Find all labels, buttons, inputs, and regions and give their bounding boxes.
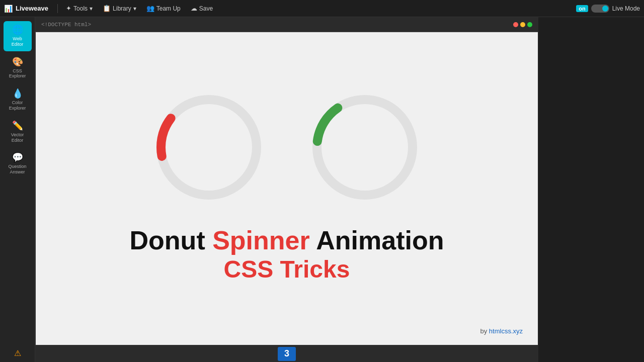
library-menu[interactable]: 📋 Library ▾ bbox=[99, 3, 140, 14]
sidebar: 🌐 WebEditor 🎨 CSSExplorer 💧 ColorExplore… bbox=[0, 17, 35, 362]
toggle-knob bbox=[602, 6, 608, 12]
close-button[interactable] bbox=[513, 22, 518, 27]
tools-icon: ✦ bbox=[66, 5, 71, 12]
title-red: Spinner bbox=[212, 226, 310, 255]
code-strip: <!DOCTYPE html> bbox=[35, 17, 538, 32]
brand: 📊 Liveweave bbox=[4, 5, 48, 13]
preview-title: Donut Spinner Animation CSS Tricks bbox=[130, 225, 444, 283]
donut-right bbox=[307, 89, 423, 205]
vector-editor-label: VectorEditor bbox=[11, 132, 24, 143]
color-explorer-label: ColorExplorer bbox=[9, 100, 26, 111]
web-editor-icon: 🌐 bbox=[12, 25, 23, 34]
preview-panel: Donut Spinner Animation CSS Tricks by ht… bbox=[36, 32, 538, 345]
save-icon: ☁ bbox=[191, 5, 197, 12]
bottom-bar: 3 bbox=[35, 345, 538, 362]
team-up-label: Team Up bbox=[156, 5, 181, 12]
title-part2: Animation bbox=[310, 226, 444, 255]
donut-ring-left bbox=[151, 89, 267, 205]
sidebar-item-vector-editor[interactable]: ✏️ VectorEditor bbox=[4, 117, 32, 147]
sidebar-item-question-answer[interactable]: 💬 QuestionAnswer bbox=[4, 149, 32, 179]
spinners-row bbox=[151, 89, 423, 205]
live-mode-group: on Live Mode bbox=[576, 5, 640, 13]
vector-editor-icon: ✏️ bbox=[12, 121, 23, 130]
title-part1: Donut bbox=[130, 226, 213, 255]
sidebar-item-css-explorer[interactable]: 🎨 CSSExplorer bbox=[4, 53, 32, 83]
team-up-button[interactable]: 👥 Team Up bbox=[142, 3, 185, 14]
by-link[interactable]: htmlcss.xyz bbox=[489, 327, 523, 335]
right-panel bbox=[538, 17, 644, 362]
sidebar-item-color-explorer[interactable]: 💧 ColorExplorer bbox=[4, 85, 32, 115]
sidebar-item-web-editor[interactable]: 🌐 WebEditor bbox=[4, 21, 32, 51]
css-explorer-icon: 🎨 bbox=[12, 57, 23, 66]
content-area: <!DOCTYPE html> bbox=[35, 17, 538, 362]
web-editor-label: WebEditor bbox=[12, 36, 24, 47]
color-explorer-icon: 💧 bbox=[12, 89, 23, 98]
window-buttons bbox=[513, 22, 532, 27]
library-icon: 📋 bbox=[103, 5, 111, 12]
svg-point-0 bbox=[161, 100, 257, 195]
css-explorer-label: CSSExplorer bbox=[9, 68, 26, 79]
question-answer-label: QuestionAnswer bbox=[8, 164, 26, 175]
donut-ring-right bbox=[307, 89, 423, 205]
by-text: by bbox=[480, 327, 489, 335]
live-on-badge: on bbox=[576, 5, 588, 12]
by-line: by htmlcss.xyz bbox=[480, 327, 523, 335]
brand-label: Liveweave bbox=[16, 5, 48, 12]
tools-label: Tools bbox=[73, 5, 88, 12]
live-mode-label: Live Mode bbox=[612, 5, 640, 12]
subtitle: CSS Tricks bbox=[130, 255, 444, 283]
question-answer-icon: 💬 bbox=[12, 153, 23, 162]
toolbar: 📊 Liveweave ✦ Tools ▾ 📋 Library ▾ 👥 Team… bbox=[0, 0, 644, 17]
css-badge: 3 bbox=[278, 347, 296, 361]
separator-1 bbox=[57, 4, 58, 13]
main-area: 🌐 WebEditor 🎨 CSSExplorer 💧 ColorExplore… bbox=[0, 17, 644, 362]
library-chevron: ▾ bbox=[133, 5, 136, 12]
team-up-icon: 👥 bbox=[146, 5, 154, 12]
save-label: Save bbox=[199, 5, 213, 12]
code-snippet: <!DOCTYPE html> bbox=[41, 22, 91, 28]
maximize-button[interactable] bbox=[527, 22, 532, 27]
save-button[interactable]: ☁ Save bbox=[187, 3, 217, 14]
library-label: Library bbox=[113, 5, 131, 12]
main-heading: Donut Spinner Animation bbox=[130, 225, 444, 255]
minimize-button[interactable] bbox=[520, 22, 525, 27]
donut-left bbox=[151, 89, 267, 205]
tools-chevron: ▾ bbox=[90, 5, 93, 12]
live-mode-toggle[interactable] bbox=[591, 5, 609, 13]
brand-icon: 📊 bbox=[4, 5, 13, 13]
tools-menu[interactable]: ✦ Tools ▾ bbox=[62, 3, 97, 14]
warning-icon: ⚠ bbox=[14, 348, 21, 358]
